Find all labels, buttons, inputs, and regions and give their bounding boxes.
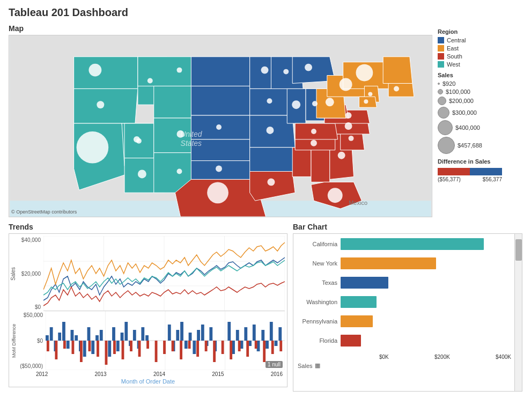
region-legend-item: West [438,61,522,68]
svg-rect-173 [263,341,266,362]
svg-point-65 [312,101,318,106]
svg-rect-107 [83,341,86,357]
sales-legend-item: $400,000 [438,120,522,135]
bar-track [341,315,511,327]
diff-low: ($56,377) [438,176,461,182]
svg-rect-128 [193,341,196,354]
svg-rect-102 [62,322,65,341]
svg-rect-143 [266,341,269,349]
scrollbar-thumb[interactable] [515,239,522,261]
svg-rect-110 [95,335,99,341]
sales-y-axis-label: Sales [9,236,17,311]
svg-rect-163 [180,341,182,359]
bar-fill [341,335,361,347]
svg-point-55 [338,152,345,159]
svg-rect-120 [141,327,144,341]
svg-point-50 [88,64,101,77]
svg-rect-158 [138,341,141,357]
svg-rect-161 [163,341,166,354]
mom-y-axis-label: MoM Difference [9,311,19,370]
sales-label: $400,000 [455,124,480,131]
svg-rect-109 [91,341,94,354]
svg-marker-17 [191,161,255,180]
region-legend-item: Central [438,37,522,43]
sales-circle [438,89,443,94]
x-label-2015: 2015 [212,371,224,377]
svg-rect-113 [112,327,115,341]
mom-y-top: $50,000 [19,312,43,318]
svg-point-73 [349,136,354,141]
svg-rect-169 [230,341,232,359]
sales-label: $920 [442,80,455,87]
sales-legend-item: $300,000 [438,107,522,119]
svg-rect-118 [133,330,136,341]
bar-chart-row: Pennsylvania [298,315,511,327]
bar-fill [341,238,484,250]
svg-marker-13 [191,57,249,86]
svg-marker-44 [388,83,414,97]
svg-point-72 [216,166,222,172]
svg-rect-144 [270,322,273,341]
region-color-box [438,37,444,43]
null-badge: 1 null [266,360,283,368]
sales-circle [438,107,449,119]
svg-point-54 [328,188,343,203]
map-svg: United States [9,35,432,217]
map-container: United States [9,35,432,217]
bar-chart-row: Texas [298,277,511,289]
map-label: Map [9,24,432,33]
sales-circle [438,83,440,85]
x-label-2012: 2012 [36,371,48,377]
bar-fill [341,277,388,289]
svg-rect-99 [50,327,53,341]
x-axis-labels: 2012 2013 2014 2015 2016 [36,371,283,377]
svg-rect-130 [201,325,204,341]
bar-label: Pennsylvania [298,318,341,325]
sales-legend-item: $100,000 [438,89,522,95]
x-axis-title: Month of Order Date [9,378,287,385]
scrollbar-area[interactable] [514,234,522,391]
svg-point-67 [311,129,316,134]
region-legend-item: South [438,53,522,60]
svg-marker-2 [74,57,138,89]
svg-point-63 [266,127,274,134]
svg-point-48 [207,182,228,203]
x-label-2013: 2013 [94,371,106,377]
sales-label: $200,000 [449,98,474,104]
filter-icon[interactable]: ▦ [315,362,320,369]
bar-x-0: $0K [379,354,389,360]
legend-section: Region CentralEastSouthWest Sales $920$1… [438,24,522,217]
sales-label: $100,000 [446,89,470,95]
svg-rect-170 [238,341,241,351]
bar-track [341,277,511,289]
svg-rect-136 [236,330,239,341]
sales-y-top: $40,000 [17,237,41,243]
svg-rect-151 [80,341,83,362]
bar-fill [341,296,377,308]
svg-point-47 [77,131,109,164]
bar-chart-inner: California New York Texas Washington Pen… [293,233,522,392]
svg-point-60 [176,130,184,138]
svg-point-57 [345,122,352,130]
null-badge-text: 1 null [266,361,283,368]
bar-label: Washington [298,299,341,305]
svg-rect-101 [58,333,61,341]
svg-point-66 [283,69,289,75]
region-color-box [438,53,444,60]
region-legend: CentralEastSouthWest [438,37,522,68]
svg-point-80 [176,169,182,174]
svg-rect-127 [189,333,192,341]
svg-rect-98 [46,335,49,341]
svg-rect-122 [168,325,171,341]
svg-point-56 [305,64,312,71]
svg-rect-138 [244,327,247,341]
svg-rect-167 [213,341,216,362]
svg-point-64 [311,140,317,146]
bar-x-axis: $0K $200K $400K [336,354,522,360]
bar-chart-label: Bar Chart [293,223,522,231]
bar-chart-footer: Sales ▦ [293,361,522,370]
svg-rect-147 [47,341,49,351]
svg-point-51 [292,100,300,109]
svg-rect-159 [146,341,149,349]
bar-chart-section: Bar Chart California New York Texas Wash… [293,223,522,392]
